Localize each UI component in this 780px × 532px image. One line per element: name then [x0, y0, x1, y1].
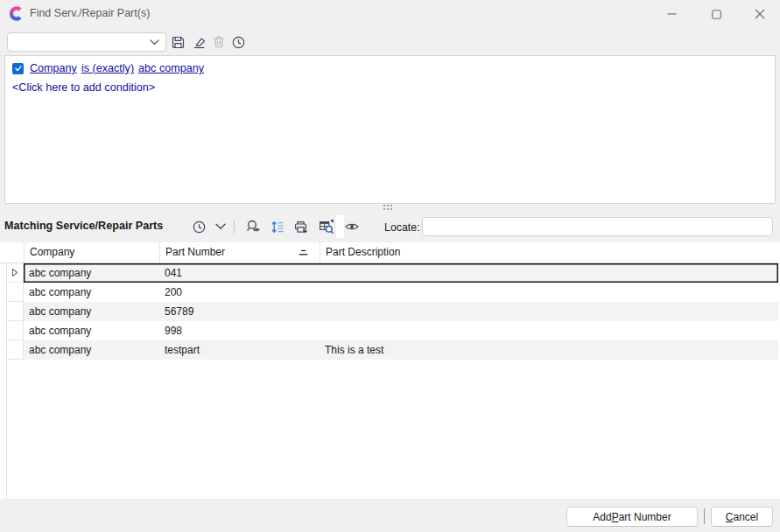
chevron-down-icon [215, 223, 226, 230]
cell-company[interactable]: abc company [24, 302, 159, 321]
cell-part-number[interactable]: testpart [159, 340, 320, 360]
button-text: Add [593, 511, 611, 523]
condition-operator-link[interactable]: is (exactly) [81, 62, 134, 74]
column-header-part-description[interactable]: Part Description [320, 242, 780, 263]
button-text: ancel [733, 511, 758, 523]
delete-filter-button[interactable] [208, 32, 229, 52]
results-table: Company Part Number Part Description abc… [0, 242, 780, 499]
grid-view-search-button[interactable] [316, 216, 337, 237]
condition-field-link[interactable]: Company [30, 62, 77, 74]
row-selector-cell[interactable] [6, 283, 24, 302]
row-content[interactable]: abc company 56789 [24, 302, 778, 321]
clear-filter-button[interactable] [188, 32, 209, 52]
table-body: abc company 041 abc company 200 [0, 263, 780, 360]
locate-input[interactable] [422, 217, 773, 236]
print-button[interactable] [290, 216, 311, 237]
row-content[interactable]: abc company testpart This is a test [24, 340, 778, 360]
cell-part-description[interactable]: This is a test [320, 340, 778, 360]
table-row[interactable]: abc company 041 [0, 263, 780, 283]
row-selector-cell[interactable] [6, 263, 24, 283]
eye-icon [344, 219, 360, 234]
condition-value-link[interactable]: abc company [138, 62, 204, 74]
save-filter-button[interactable] [167, 32, 188, 52]
row-content[interactable]: abc company 200 [24, 283, 778, 302]
add-part-number-button[interactable]: Add Part Number [566, 507, 698, 527]
grid-search-icon [319, 219, 334, 234]
cell-company[interactable]: abc company [24, 321, 159, 340]
condition-checkbox[interactable] [12, 63, 24, 74]
row-selector-cell[interactable] [6, 302, 24, 321]
current-row-arrow-icon [11, 268, 18, 277]
cell-part-number[interactable]: 041 [159, 263, 320, 283]
printer-icon [293, 220, 308, 234]
row-selector-cell[interactable] [6, 321, 24, 340]
cell-part-number[interactable]: 56789 [159, 302, 320, 321]
save-icon [171, 35, 186, 50]
app-logo-icon [9, 6, 24, 21]
cell-company[interactable]: abc company [24, 283, 159, 302]
find-service-repair-parts-dialog: Find Serv./Repair Part(s) [0, 0, 780, 532]
clock-icon [192, 220, 207, 234]
add-condition-link[interactable]: <Click here to add condition> [12, 81, 155, 94]
locate-label: Locate: [384, 221, 420, 234]
button-text: art Number [619, 511, 671, 523]
filter-preset-combobox[interactable] [7, 32, 166, 52]
table-row[interactable]: abc company 998 [0, 321, 780, 340]
title-bar: Find Serv./Repair Part(s) [0, 0, 780, 28]
clock-icon [231, 35, 246, 50]
search-preview-button[interactable] [242, 216, 264, 237]
splitter-handle[interactable] [383, 205, 392, 210]
table-row[interactable]: abc company testpart This is a test [0, 340, 780, 360]
sort-lines-icon [271, 220, 285, 234]
table-header-row: Company Part Number Part Description [0, 242, 780, 263]
row-content[interactable]: abc company 998 [24, 321, 778, 340]
cell-company[interactable]: abc company [24, 263, 159, 283]
sort-button[interactable] [267, 216, 288, 237]
cell-part-number[interactable]: 200 [159, 283, 320, 302]
results-section-title: Matching Service/Repair Parts [4, 220, 163, 232]
footer-separator [704, 508, 705, 524]
table-left-rail [6, 360, 7, 499]
footer-bar: Add Part Number Cancel [0, 499, 780, 532]
trash-icon [212, 35, 226, 49]
eraser-icon [192, 35, 207, 50]
close-button[interactable] [740, 0, 780, 28]
chevron-down-icon [150, 39, 159, 46]
results-history-button[interactable] [188, 216, 209, 237]
cell-part-number[interactable]: 998 [159, 321, 320, 340]
toolbar-separator [234, 220, 235, 234]
condition-row: Company is (exactly) abc company [12, 62, 208, 74]
preview-toggle-button[interactable] [341, 216, 362, 237]
condition-panel: Company is (exactly) abc company <Click … [4, 55, 776, 204]
recent-filters-button[interactable] [228, 32, 249, 52]
column-header-company[interactable]: Company [24, 242, 159, 263]
row-selector-cell[interactable] [6, 340, 24, 360]
search-preview-icon [245, 219, 261, 234]
cell-company[interactable]: abc company [24, 340, 159, 360]
column-header-part-number[interactable]: Part Number [159, 242, 320, 263]
maximize-button[interactable] [696, 0, 736, 28]
window-title: Find Serv./Repair Part(s) [30, 0, 150, 27]
button-mnemonic: C [726, 511, 734, 523]
results-history-dropdown-button[interactable] [210, 216, 231, 237]
button-mnemonic: P [612, 511, 619, 523]
cancel-button[interactable]: Cancel [711, 507, 773, 527]
table-row[interactable]: abc company 56789 [0, 302, 780, 321]
minimize-button[interactable] [651, 0, 692, 28]
sort-ascending-icon [298, 248, 309, 257]
row-content[interactable]: abc company 041 [24, 263, 778, 283]
table-row[interactable]: abc company 200 [0, 283, 780, 302]
